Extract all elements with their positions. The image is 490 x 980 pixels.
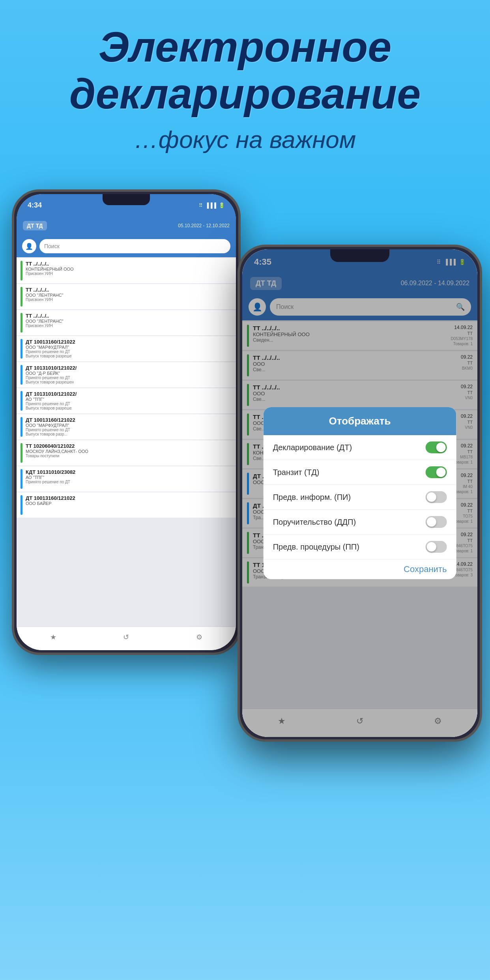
- back-nav-date: 05.10.2022 - 12.10.2022: [178, 223, 230, 228]
- back-battery-icon: 🔋: [219, 202, 225, 208]
- back-screen: 4:34 ⠿ ▐▐▐ 🔋 ДТ ТД 05.10.2022 - 12.10.20…: [17, 194, 236, 650]
- item-border: [21, 391, 22, 411]
- modal-save-btn[interactable]: Сохранить: [404, 564, 447, 574]
- toggle-knob-td: [436, 468, 445, 477]
- front-notch: [330, 249, 389, 262]
- modal-label-dt: Декларирование (ДТ): [273, 443, 352, 452]
- modal-body: Декларирование (ДТ) Транзит (ТД): [264, 435, 456, 559]
- list-item[interactable]: ДТ 10013160/121022 ООО "МАРФУДТРАЛ" Прин…: [17, 336, 236, 361]
- item-border: [21, 495, 22, 515]
- list-item[interactable]: ДТ 10013160/121022 ООО "МАРФУДТРАЛ" Прин…: [17, 414, 236, 440]
- back-tab-settings[interactable]: ⚙: [196, 633, 202, 641]
- back-tab-refresh[interactable]: ↺: [123, 633, 129, 641]
- modal-row-pi: Предв. информ. (ПИ): [264, 485, 456, 510]
- hero-title: Электронное декларирование: [0, 0, 490, 118]
- front-screen: 4:35 ⠿ ▐▐▐ 🔋 ДТ ТД 06.09.2022 - 14.09.20…: [242, 249, 477, 737]
- back-status-icons: ⠿ ▐▐▐ 🔋: [199, 202, 225, 208]
- modal-label-td: Транзит (ТД): [273, 468, 320, 477]
- back-tab-star[interactable]: ★: [50, 633, 56, 641]
- list-item[interactable]: ТТ ../../../.. ООО "ЛЕНТРАНС" Присвоен У…: [17, 310, 236, 335]
- item-border: [21, 261, 22, 281]
- modal-footer: Сохранить: [264, 559, 456, 579]
- hero-section: Электронное декларирование …фокус на важ…: [0, 0, 490, 169]
- item-border: [21, 443, 22, 463]
- back-wifi-icon: ⠿: [199, 202, 203, 208]
- phone-front: 4:35 ⠿ ▐▐▐ 🔋 ДТ ТД 06.09.2022 - 14.09.20…: [238, 245, 482, 742]
- back-list: ТТ ../../../.. КОНТЕЙНЕРНЫЙ ООО Присвоен…: [17, 257, 236, 627]
- toggle-pp[interactable]: [425, 541, 447, 553]
- modal-header: Отображать: [264, 407, 456, 435]
- list-item[interactable]: ДТ 10131010/121022/ АО "ТПГ" Принято реш…: [17, 388, 236, 413]
- item-border: [21, 417, 22, 437]
- modal-row-td: Транзит (ТД): [264, 460, 456, 485]
- hero-subtitle: …фокус на важном: [0, 118, 490, 169]
- list-item[interactable]: ТТ ../../../.. КОНТЕЙНЕРНЫЙ ООО Присвоен…: [17, 258, 236, 283]
- item-border: [21, 287, 22, 307]
- back-nav-bar: ДТ ТД 05.10.2022 - 12.10.2022: [17, 215, 236, 237]
- list-item[interactable]: ТТ ../../../.. ООО "ЛЕНТРАНС" Присвоен У…: [17, 284, 236, 309]
- toggle-knob-pp: [426, 542, 436, 552]
- back-search-input[interactable]: Поиск: [39, 239, 230, 253]
- back-time: 4:34: [28, 201, 42, 209]
- list-item[interactable]: КДТ 10131010/23082 АО "ТПГ" Принято реше…: [17, 466, 236, 492]
- toggle-knob-ddp: [426, 517, 436, 527]
- back-nav-tag[interactable]: ДТ ТД: [23, 221, 47, 230]
- phone-back: 4:34 ⠿ ▐▐▐ 🔋 ДТ ТД 05.10.2022 - 12.10.20…: [12, 189, 241, 655]
- back-tab-bar: ★ ↺ ⚙: [17, 627, 236, 650]
- item-border: [21, 365, 22, 385]
- list-item[interactable]: ДТ 10131010/121022/ ООО "Д-Р БЕЙК" Приня…: [17, 362, 236, 387]
- toggle-knob-pi: [426, 492, 436, 502]
- modal-row-ddp: Поручительство (ДДП): [264, 510, 456, 535]
- toggle-knob-dt: [436, 443, 445, 452]
- toggle-pi[interactable]: [425, 491, 447, 503]
- list-item[interactable]: ДТ 10013160/121022 ООО БАЙЕР: [17, 492, 236, 518]
- modal-title: Отображать: [273, 415, 447, 427]
- phones-container: 4:34 ⠿ ▐▐▐ 🔋 ДТ ТД 05.10.2022 - 12.10.20…: [0, 166, 490, 980]
- toggle-ddp[interactable]: [425, 516, 447, 528]
- toggle-dt[interactable]: [425, 441, 447, 453]
- modal-label-ddp: Поручительство (ДДП): [273, 518, 356, 527]
- item-border: [21, 313, 22, 333]
- back-search-bar: 👤 Поиск: [17, 237, 236, 257]
- back-signal-icon: ▐▐▐: [205, 202, 216, 208]
- modal-label-pi: Предв. информ. (ПИ): [273, 493, 351, 502]
- modal-row-pp: Предв. процедуры (ПП): [264, 535, 456, 559]
- item-border: [21, 469, 22, 489]
- toggle-td[interactable]: [425, 466, 447, 478]
- display-modal: Отображать Декларирование (ДТ) Транзит (…: [264, 407, 456, 579]
- list-item[interactable]: ТТ 10206040/121022 МОСКОУ ЛАЙНЗ,САНКТ- О…: [17, 440, 236, 466]
- item-border: [21, 339, 22, 359]
- back-notch: [103, 194, 150, 205]
- modal-label-pp: Предв. процедуры (ПП): [273, 542, 359, 552]
- back-filter-btn[interactable]: 👤: [22, 239, 36, 253]
- modal-row-dt: Декларирование (ДТ): [264, 435, 456, 460]
